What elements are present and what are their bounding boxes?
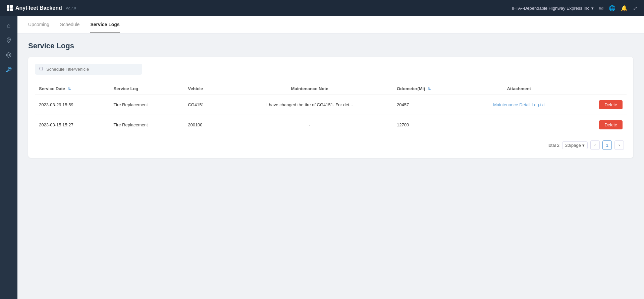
header-left: AnyFleet Backend v2.7.0 (7, 5, 76, 11)
page-title: Service Logs (28, 42, 633, 50)
table-row: 2023-03-29 15:59 Tire Replacement CG4151… (35, 95, 627, 115)
table-body: 2023-03-29 15:59 Tire Replacement CG4151… (35, 95, 627, 135)
tab-service-logs[interactable]: Service Logs (90, 16, 119, 33)
pagination: Total 2 20/page ▾ ‹ 1 › (35, 135, 627, 151)
search-icon (39, 66, 44, 72)
sidebar: ⌂ (0, 16, 17, 299)
cell-odometer-2: 12700 (393, 115, 467, 135)
company-chevron-icon: ▾ (591, 6, 594, 11)
sidebar-item-location[interactable] (2, 34, 15, 47)
cell-service-log-2: Tire Replacement (110, 115, 184, 135)
app-title: AnyFleet Backend (15, 5, 62, 11)
table-row: 2023-03-15 15:27 Tire Replacement 200100… (35, 115, 627, 135)
tab-upcoming[interactable]: Upcoming (28, 16, 49, 33)
sort-odometer-icon: ⇅ (428, 87, 431, 91)
cell-actions-2: Delete (572, 115, 627, 135)
page-body: Service Logs (17, 34, 644, 166)
sidebar-item-home[interactable]: ⌂ (2, 19, 15, 32)
col-service-log: Service Log (110, 83, 184, 95)
sidebar-item-target[interactable] (2, 48, 15, 62)
delete-button-1[interactable]: Delete (599, 100, 623, 109)
attachment-link-1[interactable]: Maintenance Detail Log.txt (493, 102, 545, 107)
table-header: Service Date ⇅ Service Log Vehicle Maint… (35, 83, 627, 95)
prev-icon: ‹ (594, 143, 596, 147)
next-page-button[interactable]: › (614, 140, 624, 150)
cell-odometer-1: 20457 (393, 95, 467, 115)
cell-maintenance-note-1: I have changed the tire of CG4151. For d… (226, 95, 393, 115)
service-logs-table: Service Date ⇅ Service Log Vehicle Maint… (35, 83, 627, 135)
globe-icon[interactable]: 🌐 (609, 5, 615, 11)
search-input[interactable] (46, 67, 138, 72)
main-content: Upcoming Schedule Service Logs Service L… (17, 16, 644, 299)
svg-point-0 (8, 39, 9, 40)
col-actions (572, 83, 627, 95)
cell-vehicle-2: 200100 (184, 115, 226, 135)
cell-actions-1: Delete (572, 95, 627, 115)
total-count: Total 2 (547, 143, 559, 148)
main-layout: ⌂ Upcoming Sch (0, 16, 644, 299)
company-name: IFTA--Dependable Highway Express Inc (512, 6, 589, 11)
mail-icon[interactable]: ✉ (599, 5, 603, 11)
page-size-selector[interactable]: 20/page ▾ (562, 141, 588, 149)
cell-service-date-1: 2023-03-29 15:59 (35, 95, 110, 115)
app-grid-icon[interactable] (7, 5, 13, 11)
current-page-number[interactable]: 1 (602, 140, 612, 150)
svg-point-2 (8, 54, 10, 56)
col-vehicle: Vehicle (184, 83, 226, 95)
svg-point-1 (6, 53, 11, 57)
page-size-chevron-icon: ▾ (582, 143, 585, 148)
next-icon: › (619, 143, 620, 147)
header-right: IFTA--Dependable Highway Express Inc ▾ ✉… (512, 5, 637, 11)
cell-attachment-1: Maintenance Detail Log.txt (467, 95, 572, 115)
svg-point-7 (40, 67, 43, 70)
cell-vehicle-1: CG4151 (184, 95, 226, 115)
search-bar (35, 64, 142, 75)
cell-attachment-2 (467, 115, 572, 135)
cell-service-log-1: Tire Replacement (110, 95, 184, 115)
col-attachment: Attachment (467, 83, 572, 95)
expand-icon[interactable]: ⤢ (633, 5, 637, 11)
sub-nav: Upcoming Schedule Service Logs (17, 16, 644, 34)
sort-service-date-icon: ⇅ (68, 87, 71, 91)
col-service-date[interactable]: Service Date ⇅ (35, 83, 110, 95)
delete-button-2[interactable]: Delete (599, 120, 623, 129)
sidebar-item-tools[interactable] (2, 63, 15, 76)
cell-service-date-2: 2023-03-15 15:27 (35, 115, 110, 135)
service-logs-card: Service Date ⇅ Service Log Vehicle Maint… (28, 57, 633, 158)
prev-page-button[interactable]: ‹ (590, 140, 600, 150)
company-selector[interactable]: IFTA--Dependable Highway Express Inc ▾ (512, 6, 594, 11)
col-odometer[interactable]: Odometer(Mi) ⇅ (393, 83, 467, 95)
top-header: AnyFleet Backend v2.7.0 IFTA--Dependable… (0, 0, 644, 16)
page-size-label: 20/page (565, 143, 581, 148)
cell-maintenance-note-2: - (226, 115, 393, 135)
app-version: v2.7.0 (66, 6, 76, 10)
col-maintenance-note: Maintenance Note (226, 83, 393, 95)
bell-icon[interactable]: 🔔 (621, 5, 628, 11)
svg-line-8 (42, 70, 43, 71)
tab-schedule[interactable]: Schedule (60, 16, 79, 33)
